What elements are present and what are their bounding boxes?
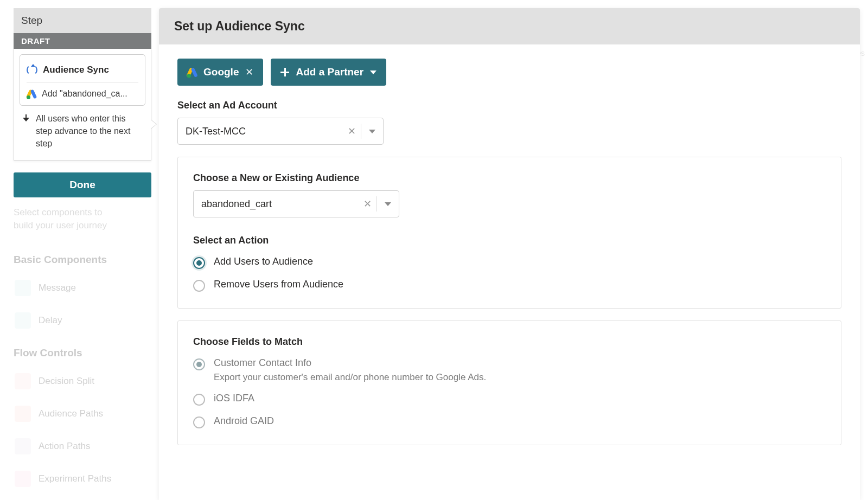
audience-select[interactable]: abandoned_cart ✕ [193,190,399,217]
action-icon [15,438,31,454]
radio-label: Remove Users from Audience [214,279,343,290]
chevron-down-icon [370,70,376,74]
radio-label: iOS IDFA [214,393,254,404]
radio-icon [193,257,205,269]
google-ads-icon [187,67,197,78]
page-title: Set up Audience Sync [174,19,845,34]
radio-label: Android GAID [214,415,274,427]
radio-contact-info[interactable]: Customer Contact Info Export your custom… [193,357,826,383]
radio-label: Customer Contact Info [214,357,486,369]
step-card-inner: Audience Sync Add "abandoned_ca... [20,54,145,106]
clear-icon[interactable]: ✕ [358,198,376,210]
bg-hint: Select components to build your user jou… [14,206,133,232]
radio-android-gaid[interactable]: Android GAID [193,415,826,428]
chevron-down-icon[interactable] [377,202,399,206]
action-label: Select an Action [193,235,826,246]
audience-label: Choose a New or Existing Audience [193,172,826,184]
config-panel: Set up Audience Sync Google ✕ Add a Part… [159,8,860,500]
close-icon[interactable]: ✕ [245,67,253,77]
add-partner-label: Add a Partner [296,66,363,78]
plus-icon [280,68,289,76]
match-fields-section: Choose Fields to Match Customer Contact … [177,320,841,445]
radio-icon [193,416,205,428]
chevron-down-icon[interactable] [361,130,383,133]
audience-icon [15,406,31,422]
step-header: Step [14,8,151,33]
message-icon [15,280,31,296]
partner-chip-row: Google ✕ Add a Partner [177,59,841,86]
status-badge: DRAFT [14,33,151,49]
config-header: Set up Audience Sync [159,8,860,44]
bg-section-basic: Basic Components [14,254,133,266]
ad-account-select[interactable]: DK-Test-MCC ✕ [177,118,384,145]
partner-chip-google[interactable]: Google ✕ [177,59,263,86]
radio-remove-users[interactable]: Remove Users from Audience [193,279,826,292]
ad-account-label: Select an Ad Account [177,100,841,111]
sync-icon [27,65,37,75]
bg-item-audience-paths: Audience Paths [14,401,133,426]
bg-item-action-paths: Action Paths [14,434,133,459]
ad-account-value: DK-Test-MCC [178,126,342,137]
step-card[interactable]: Audience Sync Add "abandoned_ca... All u… [14,49,151,161]
experiment-icon [15,471,31,487]
arrow-down-icon [22,114,30,123]
step-connector-arrow-icon [151,119,157,129]
step-title-row: Audience Sync [27,61,138,79]
partner-chip-label: Google [203,66,239,78]
bg-item-delay: Delay [14,308,133,333]
step-title: Audience Sync [43,65,109,75]
bg-section-flow: Flow Controls [14,347,133,359]
audience-value: abandoned_cart [194,198,358,210]
bg-item-decision-split: Decision Split [14,369,133,394]
decision-icon [15,373,31,389]
audience-action-section: Choose a New or Existing Audience abando… [177,157,841,309]
radio-icon [193,394,205,406]
bg-item-message: Message [14,275,133,300]
radio-ios-idfa[interactable]: iOS IDFA [193,393,826,406]
step-sub-label: Add "abandoned_ca... [42,89,127,99]
config-body: Google ✕ Add a Partner Select an Ad Acco… [159,44,860,461]
radio-icon [193,358,205,370]
delay-icon [15,312,31,329]
step-panel: Step DRAFT Audience Sync Add "abandoned_… [14,8,151,197]
step-subrow: Add "abandoned_ca... [27,86,138,102]
divider [27,82,138,82]
add-partner-button[interactable]: Add a Partner [271,59,386,86]
radio-label: Add Users to Audience [214,256,313,267]
advance-note: All users who enter this step advance to… [20,106,145,152]
radio-icon [193,280,205,292]
done-button[interactable]: Done [14,172,151,197]
match-fields-label: Choose Fields to Match [193,336,826,348]
radio-sublabel: Export your customer's email and/or phon… [214,372,486,383]
clear-icon[interactable]: ✕ [342,125,361,137]
radio-add-users[interactable]: Add Users to Audience [193,256,826,269]
bg-item-experiment-paths: Experiment Paths [14,466,133,491]
google-ads-icon [27,89,36,99]
